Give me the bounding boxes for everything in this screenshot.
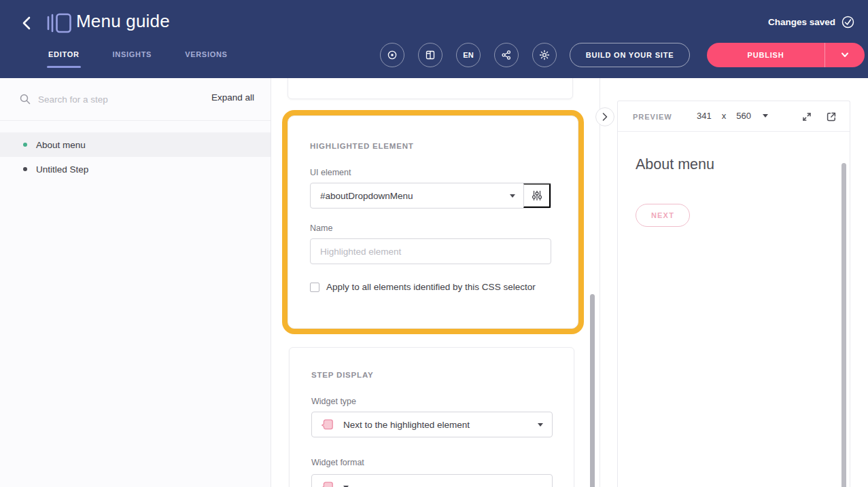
step-display-card: STEP DISPLAY Widget type Next to the hig…	[289, 347, 574, 487]
steps-sidebar: Expand all About menu Untitled Step	[0, 78, 271, 487]
preview-title: PREVIEW	[633, 113, 672, 121]
selector-settings-button[interactable]	[523, 183, 551, 208]
editor-column: HIGHLIGHTED ELEMENT UI element #aboutDro…	[271, 78, 600, 487]
chevron-down-icon	[510, 194, 515, 198]
eye-icon	[387, 50, 398, 60]
app-window: Menu guide Changes saved EDITOR INSIGHTS…	[0, 0, 868, 487]
share-button[interactable]	[494, 43, 519, 67]
editor-scrollbar-thumb[interactable]	[590, 294, 595, 487]
publish-dropdown-button[interactable]	[825, 43, 865, 67]
step-item-untitled-step[interactable]: Untitled Step	[0, 157, 271, 181]
step-search-input[interactable]	[38, 88, 167, 111]
step-bullet-icon	[23, 167, 27, 171]
highlighted-element-card: HIGHLIGHTED ELEMENT UI element #aboutDro…	[288, 115, 578, 329]
name-label: Name	[310, 223, 556, 233]
chevron-down-icon	[763, 114, 768, 118]
ui-element-select-group: #aboutDropdownMenu	[310, 183, 551, 209]
chevron-right-icon	[602, 112, 608, 122]
widget-format-select[interactable]	[311, 474, 553, 487]
tab-insights[interactable]: INSIGHTS	[113, 50, 152, 61]
preview-size-control[interactable]: 341 x 560	[697, 111, 768, 121]
apply-all-label: Apply to all elements identified by this…	[326, 282, 536, 292]
tab-editor[interactable]: EDITOR	[48, 50, 80, 61]
step-bullet-icon	[23, 143, 27, 147]
check-circle-icon	[841, 16, 854, 29]
search-icon	[19, 93, 31, 105]
build-on-your-site-button[interactable]: BUILD ON YOUR SITE	[570, 43, 690, 67]
ui-element-label: UI element	[310, 168, 556, 177]
steps-list: About menu Untitled Step	[0, 132, 271, 181]
ui-element-select[interactable]: #aboutDropdownMenu	[311, 183, 523, 208]
page-title: Menu guide	[76, 11, 170, 32]
apply-all-row: Apply to all elements identified by this…	[310, 282, 556, 292]
tab-versions[interactable]: VERSIONS	[185, 50, 227, 61]
widget-format-label: Widget format	[311, 458, 552, 467]
apply-all-checkbox[interactable]	[310, 283, 319, 292]
gear-icon	[539, 50, 550, 60]
layout-icon	[425, 50, 436, 60]
step-label: About menu	[36, 140, 86, 150]
preview-panel: PREVIEW 341 x 560	[617, 101, 850, 487]
publish-button[interactable]: PUBLISH	[707, 43, 824, 67]
preview-body: About menu NEXT	[618, 132, 850, 487]
ui-element-value: #aboutDropdownMenu	[320, 191, 510, 201]
top-header: Menu guide Changes saved EDITOR INSIGHTS…	[0, 0, 868, 78]
preview-height-value: 560	[736, 111, 751, 121]
save-status-text: Changes saved	[768, 17, 835, 27]
tooltip-widget-icon	[321, 480, 334, 487]
widget-type-label: Widget type	[311, 397, 552, 406]
app-logo-icon	[46, 12, 72, 34]
section-title: STEP DISPLAY	[311, 371, 552, 379]
preview-eye-button[interactable]	[380, 43, 404, 67]
chevron-down-icon	[841, 52, 849, 58]
back-chevron-icon	[22, 16, 31, 31]
preview-step-title: About menu	[636, 156, 714, 173]
step-label: Untitled Step	[36, 164, 88, 175]
preview-width-value: 341	[697, 111, 712, 121]
back-button[interactable]	[18, 14, 35, 32]
preview-scrollbar-thumb[interactable]	[841, 163, 846, 487]
highlighted-card-ring: HIGHLIGHTED ELEMENT UI element #aboutDro…	[282, 110, 584, 334]
save-status: Changes saved	[768, 16, 854, 29]
publish-button-group: PUBLISH	[707, 43, 865, 67]
collapse-preview-button[interactable]	[595, 107, 614, 126]
settings-button[interactable]	[532, 43, 557, 67]
open-in-new-icon	[825, 111, 837, 123]
share-icon	[501, 50, 512, 60]
step-search-row: Expand all	[0, 78, 271, 121]
expand-preview-button[interactable]	[800, 110, 814, 124]
open-in-new-button[interactable]	[824, 110, 838, 124]
section-title: HIGHLIGHTED ELEMENT	[310, 142, 556, 150]
expand-arrows-icon	[801, 111, 813, 123]
name-input[interactable]	[310, 238, 551, 264]
widget-type-select[interactable]: Next to the highlighted element	[311, 412, 553, 437]
preview-header: PREVIEW 341 x 560	[618, 101, 850, 132]
sliders-icon	[531, 190, 543, 202]
step-item-about-menu[interactable]: About menu	[0, 132, 271, 157]
preview-next-button[interactable]: NEXT	[636, 204, 690, 227]
tooltip-widget-icon	[321, 418, 334, 431]
chevron-down-icon	[538, 423, 543, 427]
size-separator: x	[722, 111, 727, 121]
layout-button[interactable]	[418, 43, 442, 67]
header-tabs: EDITOR INSIGHTS VERSIONS	[48, 50, 228, 61]
language-button[interactable]: EN	[456, 43, 481, 67]
previous-settings-card	[288, 78, 573, 99]
widget-type-value: Next to the highlighted element	[343, 420, 529, 430]
expand-all-link[interactable]: Expand all	[211, 92, 254, 103]
